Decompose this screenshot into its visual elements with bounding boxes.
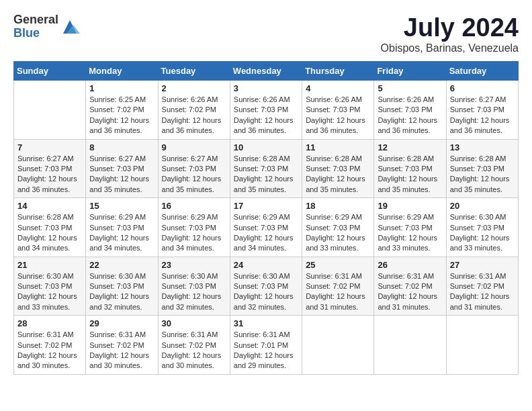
day-info-line: Daylight: 12 hours	[450, 116, 510, 124]
day-number: 4	[306, 83, 370, 93]
day-info-line: and 36 minutes.	[450, 126, 502, 134]
day-info-line: Daylight: 12 hours	[89, 292, 149, 300]
day-number: 18	[306, 201, 370, 211]
day-info: Sunrise: 6:26 AMSunset: 7:03 PMDaylight:…	[234, 95, 298, 136]
day-of-week-saturday: Saturday	[446, 62, 518, 81]
day-info-line: Daylight: 12 hours	[162, 116, 222, 124]
day-info: Sunrise: 6:26 AMSunset: 7:02 PMDaylight:…	[162, 95, 226, 136]
calendar-cell: 9Sunrise: 6:27 AMSunset: 7:03 PMDaylight…	[158, 139, 230, 198]
day-info-line: Daylight: 12 hours	[17, 175, 77, 183]
calendar-cell	[14, 81, 86, 140]
day-info-line: and 32 minutes.	[234, 303, 286, 311]
calendar-cell: 30Sunrise: 6:31 AMSunset: 7:02 PMDayligh…	[158, 316, 230, 375]
day-number: 21	[17, 260, 82, 270]
day-info: Sunrise: 6:26 AMSunset: 7:03 PMDaylight:…	[378, 95, 442, 136]
day-info: Sunrise: 6:30 AMSunset: 7:03 PMDaylight:…	[234, 271, 298, 313]
calendar-cell: 22Sunrise: 6:30 AMSunset: 7:03 PMDayligh…	[86, 257, 158, 316]
day-info: Sunrise: 6:27 AMSunset: 7:03 PMDaylight:…	[89, 154, 154, 195]
calendar-cell: 18Sunrise: 6:29 AMSunset: 7:03 PMDayligh…	[302, 198, 374, 257]
day-info: Sunrise: 6:28 AMSunset: 7:03 PMDaylight:…	[306, 154, 370, 195]
day-info-line: and 31 minutes.	[378, 303, 430, 311]
calendar-cell: 13Sunrise: 6:28 AMSunset: 7:03 PMDayligh…	[446, 139, 518, 198]
day-info: Sunrise: 6:31 AMSunset: 7:01 PMDaylight:…	[234, 330, 298, 371]
calendar-cell: 25Sunrise: 6:31 AMSunset: 7:02 PMDayligh…	[302, 257, 374, 316]
day-info: Sunrise: 6:31 AMSunset: 7:02 PMDaylight:…	[89, 330, 154, 371]
logo-icon	[60, 17, 80, 37]
day-info-line: Daylight: 12 hours	[306, 234, 365, 242]
day-info-line: Sunset: 7:02 PM	[306, 282, 360, 290]
day-info: Sunrise: 6:26 AMSunset: 7:03 PMDaylight:…	[306, 95, 370, 136]
day-info-line: Daylight: 12 hours	[162, 175, 222, 183]
day-info-line: and 36 minutes.	[162, 126, 214, 134]
day-info-line: Sunset: 7:01 PM	[234, 341, 288, 349]
title-block: July 2024 Obispos, Barinas, Venezuela	[381, 13, 519, 54]
calendar-cell: 24Sunrise: 6:30 AMSunset: 7:03 PMDayligh…	[230, 257, 302, 316]
day-info: Sunrise: 6:30 AMSunset: 7:03 PMDaylight:…	[450, 212, 515, 254]
day-info: Sunrise: 6:28 AMSunset: 7:03 PMDaylight:…	[378, 154, 442, 195]
day-of-week-sunday: Sunday	[14, 62, 86, 81]
day-info-line: Sunset: 7:03 PM	[162, 224, 216, 232]
day-number: 27	[450, 260, 515, 270]
day-info-line: and 34 minutes.	[162, 244, 214, 252]
calendar-cell	[302, 316, 374, 375]
day-info-line: Sunrise: 6:30 AM	[89, 272, 146, 280]
calendar-cell: 21Sunrise: 6:30 AMSunset: 7:03 PMDayligh…	[14, 257, 86, 316]
subtitle: Obispos, Barinas, Venezuela	[381, 42, 519, 54]
day-info-line: Daylight: 12 hours	[17, 351, 77, 359]
day-info: Sunrise: 6:28 AMSunset: 7:03 PMDaylight:…	[450, 154, 515, 195]
day-number: 17	[234, 201, 298, 211]
day-info-line: Sunrise: 6:26 AM	[378, 95, 434, 103]
day-info-line: Daylight: 12 hours	[162, 351, 222, 359]
day-of-week-friday: Friday	[374, 62, 446, 81]
day-info-line: Sunset: 7:03 PM	[378, 224, 432, 232]
day-info-line: Sunset: 7:03 PM	[234, 282, 288, 290]
day-info-line: Daylight: 12 hours	[89, 351, 149, 359]
day-info-line: Sunrise: 6:27 AM	[162, 154, 218, 163]
day-info-line: Sunrise: 6:28 AM	[378, 154, 434, 163]
day-info: Sunrise: 6:31 AMSunset: 7:02 PMDaylight:…	[162, 330, 226, 371]
day-info-line: Daylight: 12 hours	[17, 234, 77, 242]
day-info-line: Sunrise: 6:30 AM	[234, 272, 290, 280]
day-info-line: and 35 minutes.	[89, 185, 142, 193]
day-info-line: Daylight: 12 hours	[306, 116, 365, 124]
day-info-line: Sunset: 7:02 PM	[378, 282, 432, 290]
day-info-line: Sunrise: 6:29 AM	[89, 213, 146, 221]
day-info-line: and 30 minutes.	[17, 361, 70, 369]
day-info-line: Sunrise: 6:27 AM	[17, 154, 74, 163]
day-info-line: Daylight: 12 hours	[234, 175, 294, 183]
day-info-line: Sunset: 7:03 PM	[89, 165, 144, 173]
calendar-header: SundayMondayTuesdayWednesdayThursdayFrid…	[14, 62, 519, 81]
calendar-cell	[446, 316, 518, 375]
day-info-line: Sunrise: 6:31 AM	[450, 272, 506, 280]
day-of-week-thursday: Thursday	[302, 62, 374, 81]
day-info-line: Sunrise: 6:31 AM	[234, 330, 290, 338]
day-info: Sunrise: 6:25 AMSunset: 7:02 PMDaylight:…	[89, 95, 154, 136]
day-info-line: and 35 minutes.	[162, 185, 214, 193]
day-info-line: Sunrise: 6:27 AM	[89, 154, 146, 163]
day-info: Sunrise: 6:29 AMSunset: 7:03 PMDaylight:…	[234, 212, 298, 254]
day-info-line: Sunrise: 6:26 AM	[306, 95, 362, 103]
day-info-line: Daylight: 12 hours	[378, 175, 437, 183]
day-info-line: Sunset: 7:03 PM	[234, 224, 288, 232]
calendar-cell: 31Sunrise: 6:31 AMSunset: 7:01 PMDayligh…	[230, 316, 302, 375]
day-number: 16	[162, 201, 226, 211]
calendar-cell: 7Sunrise: 6:27 AMSunset: 7:03 PMDaylight…	[14, 139, 86, 198]
day-info-line: Daylight: 12 hours	[378, 292, 437, 300]
day-info-line: Daylight: 12 hours	[306, 175, 365, 183]
day-info-line: Sunset: 7:03 PM	[162, 165, 216, 173]
day-info-line: Sunrise: 6:29 AM	[162, 213, 218, 221]
day-info-line: Daylight: 12 hours	[378, 234, 437, 242]
day-info-line: Sunset: 7:02 PM	[17, 341, 72, 349]
day-info-line: Daylight: 12 hours	[450, 234, 510, 242]
logo-general-text: General	[13, 13, 58, 27]
day-number: 1	[89, 83, 154, 93]
day-number: 14	[17, 201, 82, 211]
calendar-cell: 19Sunrise: 6:29 AMSunset: 7:03 PMDayligh…	[374, 198, 446, 257]
day-info-line: Sunset: 7:03 PM	[378, 165, 432, 173]
day-info-line: and 36 minutes.	[89, 126, 142, 134]
day-number: 3	[234, 83, 298, 93]
calendar-cell: 15Sunrise: 6:29 AMSunset: 7:03 PMDayligh…	[86, 198, 158, 257]
day-info-line: Sunrise: 6:26 AM	[234, 95, 290, 103]
day-info-line: Sunrise: 6:28 AM	[234, 154, 290, 163]
day-info-line: Sunrise: 6:30 AM	[162, 272, 218, 280]
